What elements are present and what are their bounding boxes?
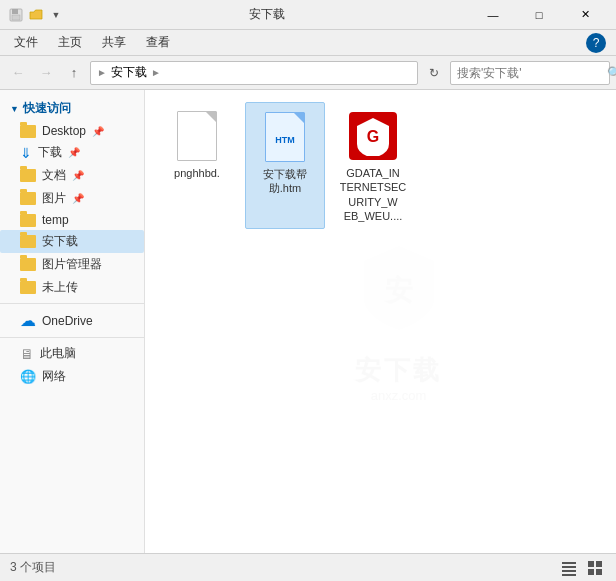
generic-file-icon bbox=[177, 111, 217, 161]
sidebar-divider-1 bbox=[0, 303, 144, 304]
addressbar: ← → ↑ ► 安下载 ► ↻ 🔍 bbox=[0, 56, 616, 90]
svg-text:G: G bbox=[367, 128, 379, 145]
save-icon[interactable] bbox=[8, 7, 24, 23]
svg-rect-5 bbox=[562, 562, 576, 564]
svg-rect-9 bbox=[588, 561, 594, 567]
menu-file[interactable]: 文件 bbox=[4, 32, 48, 53]
sidebar-label-network: 网络 bbox=[42, 368, 66, 385]
svg-rect-6 bbox=[562, 566, 576, 568]
close-button[interactable]: ✕ bbox=[562, 0, 608, 30]
folder-icon-pictures bbox=[20, 192, 36, 205]
file-item-anzai-help[interactable]: HTM 安下载帮助.htm bbox=[245, 102, 325, 229]
file-icon-gdata: G bbox=[349, 108, 397, 164]
file-item-gdata[interactable]: G GDATA_INTERNETSECURITY_WEB_WEU.... bbox=[333, 102, 413, 229]
files-grid: pnghhbd. HTM 安下载帮助.htm G bbox=[157, 102, 604, 229]
breadcrumb[interactable]: ► 安下载 ► bbox=[90, 61, 418, 85]
pin-icon-documents: 📌 bbox=[72, 170, 84, 181]
refresh-button[interactable]: ↻ bbox=[422, 61, 446, 85]
statusbar: 3 个项目 bbox=[0, 553, 616, 581]
quickaccess-label: 快速访问 bbox=[23, 100, 71, 117]
maximize-button[interactable]: □ bbox=[516, 0, 562, 30]
svg-rect-12 bbox=[596, 569, 602, 575]
search-input[interactable] bbox=[457, 66, 607, 80]
svg-rect-11 bbox=[588, 569, 594, 575]
sidebar-label-onedrive: OneDrive bbox=[42, 314, 93, 328]
watermark: 安 安下载 anxz.com bbox=[354, 241, 444, 402]
sidebar-label-anzai: 安下载 bbox=[42, 233, 78, 250]
folder-icon-documents bbox=[20, 169, 36, 182]
sidebar-label-pictures: 图片 bbox=[42, 190, 66, 207]
sidebar-item-picmgr[interactable]: 图片管理器 bbox=[0, 253, 144, 276]
sidebar-item-thispc[interactable]: 🖥 此电脑 bbox=[0, 342, 144, 365]
sidebar: ▼ 快速访问 Desktop 📌 ⇓ 下载 📌 文档 📌 图片 📌 temp bbox=[0, 90, 145, 553]
folder-icon-picmgr bbox=[20, 258, 36, 271]
sidebar-quickaccess[interactable]: ▼ 快速访问 bbox=[0, 96, 144, 121]
dropdown-icon[interactable]: ▼ bbox=[48, 7, 64, 23]
sidebar-item-anzai[interactable]: 安下载 bbox=[0, 230, 144, 253]
folder-icon-desktop bbox=[20, 125, 36, 138]
svg-rect-1 bbox=[12, 9, 18, 14]
sidebar-label-thispc: 此电脑 bbox=[40, 345, 76, 362]
network-icon: 🌐 bbox=[20, 369, 36, 384]
menubar: 文件 主页 共享 查看 ? bbox=[0, 30, 616, 56]
sidebar-item-network[interactable]: 🌐 网络 bbox=[0, 365, 144, 388]
file-icon-htm: HTM bbox=[261, 109, 309, 165]
folder-icon-anzai bbox=[20, 235, 36, 248]
forward-button[interactable]: → bbox=[34, 61, 58, 85]
sidebar-divider-2 bbox=[0, 337, 144, 338]
sidebar-label-documents: 文档 bbox=[42, 167, 66, 184]
statusbar-view-controls bbox=[558, 557, 606, 579]
status-count: 3 个项目 bbox=[10, 559, 56, 576]
pin-icon-downloads: 📌 bbox=[68, 147, 80, 158]
file-label-anzai-help: 安下载帮助.htm bbox=[263, 167, 307, 196]
breadcrumb-label: 安下载 bbox=[111, 64, 147, 81]
sidebar-label-downloads: 下载 bbox=[38, 144, 62, 161]
breadcrumb-arrow: ► bbox=[97, 67, 107, 78]
content-area: 安 安下载 anxz.com pnghhbd. HTM bbox=[145, 90, 616, 553]
sidebar-item-desktop[interactable]: Desktop 📌 bbox=[0, 121, 144, 141]
file-label-gdata: GDATA_INTERNETSECURITY_WEB_WEU.... bbox=[340, 166, 407, 223]
pin-icon-desktop: 📌 bbox=[92, 126, 104, 137]
file-icon-pnghhbd bbox=[173, 108, 221, 164]
list-view-button[interactable] bbox=[558, 557, 580, 579]
watermark-shield: 安 bbox=[354, 241, 444, 352]
sidebar-item-temp[interactable]: temp bbox=[0, 210, 144, 230]
sidebar-item-downloads[interactable]: ⇓ 下载 📌 bbox=[0, 141, 144, 164]
menu-view[interactable]: 查看 bbox=[136, 32, 180, 53]
folder-icon[interactable] bbox=[28, 7, 44, 23]
folder-icon-notuploaded bbox=[20, 281, 36, 294]
pin-icon-pictures: 📌 bbox=[72, 193, 84, 204]
download-icon: ⇓ bbox=[20, 145, 32, 161]
watermark-text: 安下载 bbox=[355, 352, 442, 387]
onedrive-icon: ☁ bbox=[20, 311, 36, 330]
menu-home[interactable]: 主页 bbox=[48, 32, 92, 53]
breadcrumb-end-arrow: ► bbox=[151, 67, 161, 78]
sidebar-label-picmgr: 图片管理器 bbox=[42, 256, 102, 273]
sidebar-item-notuploaded[interactable]: 未上传 bbox=[0, 276, 144, 299]
htm-inner-label: HTM bbox=[275, 135, 295, 145]
titlebar-title: 安下载 bbox=[64, 6, 470, 23]
sidebar-item-pictures[interactable]: 图片 📌 bbox=[0, 187, 144, 210]
sidebar-item-onedrive[interactable]: ☁ OneDrive bbox=[0, 308, 144, 333]
svg-rect-7 bbox=[562, 570, 576, 572]
main-layout: ▼ 快速访问 Desktop 📌 ⇓ 下载 📌 文档 📌 图片 📌 temp bbox=[0, 90, 616, 553]
help-icon[interactable]: ? bbox=[586, 33, 606, 53]
up-button[interactable]: ↑ bbox=[62, 61, 86, 85]
back-button[interactable]: ← bbox=[6, 61, 30, 85]
sidebar-item-documents[interactable]: 文档 📌 bbox=[0, 164, 144, 187]
menu-share[interactable]: 共享 bbox=[92, 32, 136, 53]
pc-icon: 🖥 bbox=[20, 346, 34, 362]
svg-text:安: 安 bbox=[383, 273, 413, 305]
minimize-button[interactable]: — bbox=[470, 0, 516, 30]
search-bar[interactable]: 🔍 bbox=[450, 61, 610, 85]
grid-view-button[interactable] bbox=[584, 557, 606, 579]
watermark-url: anxz.com bbox=[371, 387, 427, 402]
htm-icon: HTM bbox=[265, 112, 305, 162]
titlebar: ▼ 安下载 — □ ✕ bbox=[0, 0, 616, 30]
file-label-pnghhbd: pnghhbd. bbox=[174, 166, 220, 180]
titlebar-controls: — □ ✕ bbox=[470, 0, 608, 30]
file-item-pnghhbd[interactable]: pnghhbd. bbox=[157, 102, 237, 229]
svg-rect-8 bbox=[562, 574, 576, 576]
search-icon: 🔍 bbox=[607, 66, 616, 80]
titlebar-icons: ▼ bbox=[8, 7, 64, 23]
